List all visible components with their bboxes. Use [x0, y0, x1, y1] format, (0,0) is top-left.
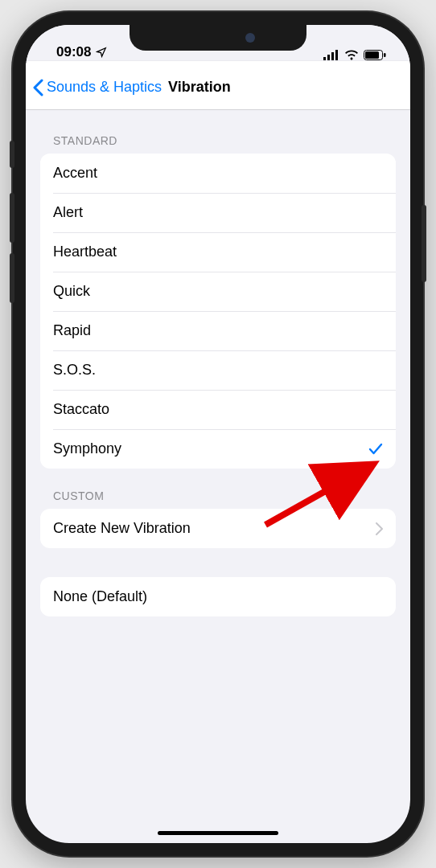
svg-rect-5 — [365, 51, 379, 59]
notch — [130, 25, 306, 51]
volume-down-button — [10, 253, 14, 303]
row-label: Alert — [53, 204, 83, 221]
vibration-option-none[interactable]: None (Default) — [40, 577, 396, 616]
row-label: Create New Vibration — [53, 520, 191, 537]
vibration-option-alert[interactable]: Alert — [40, 193, 396, 232]
svg-rect-3 — [335, 50, 338, 60]
home-indicator[interactable] — [158, 831, 278, 835]
row-label: None (Default) — [53, 588, 147, 605]
status-right — [323, 50, 386, 60]
battery-icon — [364, 50, 386, 60]
row-label: Accent — [53, 165, 97, 182]
none-group: None (Default) — [40, 577, 396, 616]
custom-group: Create New Vibration — [40, 509, 396, 548]
back-button[interactable]: Sounds & Haptics — [32, 79, 162, 96]
content: STANDARD Accent Alert Heartbeat Quick — [26, 110, 410, 616]
row-label: Staccato — [53, 401, 109, 418]
vibration-option-rapid[interactable]: Rapid — [40, 311, 396, 350]
vibration-option-heartbeat[interactable]: Heartbeat — [40, 232, 396, 272]
svg-rect-1 — [327, 55, 330, 60]
section-header-standard: STANDARD — [40, 110, 396, 154]
device-frame: 09:08 Sounds & Haptics Vibration STANDAR… — [13, 12, 423, 856]
row-label: Symphony — [53, 440, 121, 457]
silence-switch — [10, 141, 14, 168]
row-label: S.O.S. — [53, 362, 96, 379]
back-label: Sounds & Haptics — [47, 79, 162, 96]
vibration-option-quick[interactable]: Quick — [40, 272, 396, 311]
status-left: 09:08 — [56, 44, 107, 60]
row-label: Quick — [53, 283, 90, 300]
chevron-left-icon — [32, 79, 43, 96]
vibration-option-staccato[interactable]: Staccato — [40, 390, 396, 429]
screen: 09:08 Sounds & Haptics Vibration STANDAR… — [26, 25, 410, 843]
row-label: Heartbeat — [53, 244, 117, 260]
nav-bar: Sounds & Haptics Vibration — [26, 65, 410, 110]
svg-rect-6 — [384, 53, 386, 57]
status-time: 09:08 — [56, 44, 91, 60]
vibration-option-accent[interactable]: Accent — [40, 154, 396, 193]
checkmark-icon — [368, 443, 383, 456]
chevron-right-icon — [376, 522, 383, 535]
row-label: Rapid — [53, 322, 91, 339]
section-header-custom: CUSTOM — [40, 469, 396, 509]
volume-up-button — [10, 193, 14, 243]
create-new-vibration[interactable]: Create New Vibration — [40, 509, 396, 548]
cellular-icon — [323, 50, 339, 60]
vibration-option-symphony[interactable]: Symphony — [40, 429, 396, 469]
svg-rect-0 — [323, 57, 326, 60]
nav-title: Vibration — [168, 79, 231, 96]
svg-rect-2 — [331, 52, 334, 60]
power-button — [422, 205, 426, 282]
front-camera — [245, 33, 255, 43]
wifi-icon — [344, 50, 359, 60]
vibration-option-sos[interactable]: S.O.S. — [40, 350, 396, 390]
standard-group: Accent Alert Heartbeat Quick Rapid — [40, 154, 396, 469]
location-icon — [96, 47, 107, 58]
